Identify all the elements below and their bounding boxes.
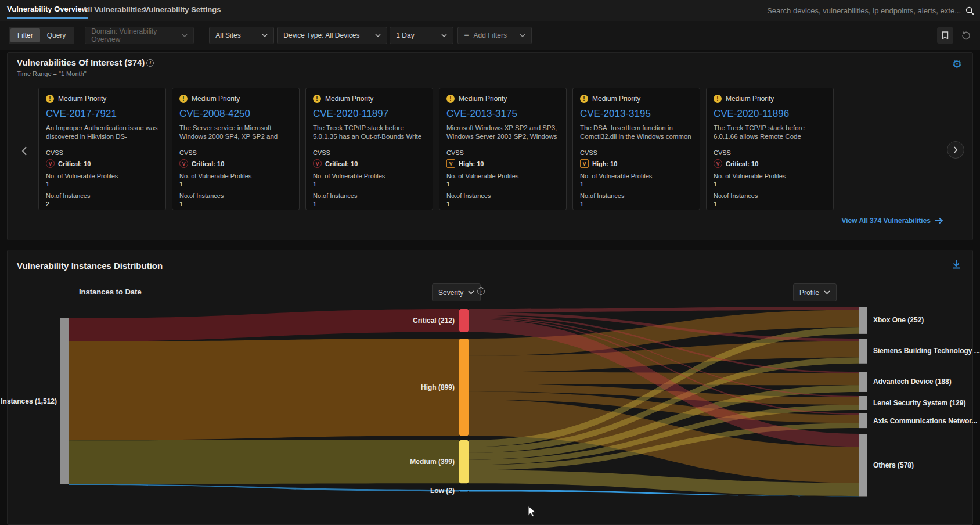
instances-label: No.of Instances bbox=[714, 192, 826, 199]
warning-icon: ! bbox=[46, 95, 54, 103]
cve-description: The DSA_InsertItem function in Comctl32.… bbox=[580, 124, 693, 141]
vulnerability-card[interactable]: ! Medium Priority CVE-2020-11896 The Tre… bbox=[706, 88, 834, 210]
view-all-vulnerabilities-link[interactable]: View All 374 Vulnerabilities bbox=[841, 217, 943, 225]
instances-label: No.of Instances bbox=[46, 192, 158, 199]
add-filters-button[interactable]: ≡ Add Filters bbox=[457, 27, 532, 44]
domain-dropdown[interactable]: Domain: Vulnerability Overview bbox=[85, 27, 194, 44]
sankey-flow-instances-high[interactable] bbox=[69, 339, 459, 440]
vulnerability-card[interactable]: ! Medium Priority CVE-2020-11897 The Tre… bbox=[305, 88, 433, 210]
sankey-label-lenel-security-system: Lenel Security System (129) bbox=[873, 399, 965, 407]
chevron-down-icon bbox=[468, 290, 474, 294]
chevron-down-icon bbox=[369, 34, 381, 37]
severity-badge-icon: V bbox=[714, 159, 722, 168]
priority-label: Medium Priority bbox=[325, 95, 373, 103]
instances-value: 1 bbox=[446, 200, 559, 207]
cve-link[interactable]: CVE-2017-7921 bbox=[46, 108, 158, 120]
profiles-value: 1 bbox=[580, 181, 693, 188]
sankey-node-axis-communications-networ-[interactable] bbox=[859, 413, 867, 428]
profiles-value: 1 bbox=[46, 181, 158, 188]
priority-label: Medium Priority bbox=[58, 95, 106, 103]
instances-value: 1 bbox=[179, 200, 292, 207]
instances-label: No.of Instances bbox=[580, 192, 693, 199]
info-icon[interactable]: i bbox=[477, 287, 485, 295]
cve-description: Microsoft Windows XP SP2 and SP3, Window… bbox=[446, 124, 559, 141]
sankey-label-critical: Critical (212) bbox=[413, 317, 455, 325]
chevron-down-icon bbox=[514, 34, 525, 37]
sankey-node-advantech-device[interactable] bbox=[859, 372, 867, 392]
profile-dropdown[interactable]: Profile bbox=[793, 283, 837, 301]
profiles-label: No. of Vulnerable Profiles bbox=[446, 172, 559, 179]
sankey-node-high[interactable] bbox=[459, 339, 469, 436]
profiles-value: 1 bbox=[313, 181, 426, 188]
sankey-node-medium[interactable] bbox=[459, 440, 469, 483]
add-filters-label: Add Filters bbox=[474, 31, 507, 39]
sankey-label-high: High (899) bbox=[421, 383, 455, 391]
carousel-prev-icon[interactable] bbox=[21, 146, 27, 159]
tab-vulnerability-settings[interactable]: Vulnerability Settings bbox=[144, 0, 221, 19]
sankey-flow-instances-critical[interactable] bbox=[69, 309, 459, 341]
severity-value: Critical: 10 bbox=[192, 160, 224, 167]
info-icon[interactable]: i bbox=[146, 59, 154, 67]
sankey-node-siemens-building-technology-[interactable] bbox=[859, 339, 867, 364]
priority-label: Medium Priority bbox=[726, 95, 774, 103]
vulnerability-card[interactable]: ! Medium Priority CVE-2017-7921 An Impro… bbox=[38, 88, 166, 210]
cve-link[interactable]: CVE-2013-3195 bbox=[580, 108, 693, 120]
instances-value: 1 bbox=[714, 200, 826, 207]
search-icon[interactable] bbox=[965, 6, 974, 15]
severity-dropdown-label: Severity bbox=[438, 289, 463, 297]
sankey-node-others[interactable] bbox=[859, 434, 867, 497]
bookmark-icon[interactable] bbox=[937, 27, 953, 44]
warning-icon: ! bbox=[179, 95, 188, 103]
cve-link[interactable]: CVE-2008-4250 bbox=[179, 108, 292, 120]
sankey-node-instances[interactable] bbox=[60, 318, 69, 484]
cve-link[interactable]: CVE-2020-11896 bbox=[714, 108, 826, 120]
query-button[interactable]: Query bbox=[40, 28, 73, 42]
sankey-chart[interactable]: Instances (1,512)Critical (212)High (899… bbox=[0, 302, 980, 517]
cvss-label: CVSS bbox=[46, 149, 158, 156]
instances-label: No.of Instances bbox=[446, 192, 559, 199]
sankey-node-critical[interactable] bbox=[459, 309, 469, 332]
domain-dropdown-label: Domain: Vulnerability Overview bbox=[91, 27, 176, 44]
sankey-node-xbox-one[interactable] bbox=[859, 307, 867, 334]
cve-description: The Server service in Microsoft Windows … bbox=[179, 124, 292, 141]
severity-dropdown[interactable]: Severity bbox=[432, 283, 481, 301]
cve-link[interactable]: CVE-2020-11897 bbox=[313, 108, 426, 120]
severity-value: Critical: 10 bbox=[726, 160, 758, 167]
instances-label: No.of Instances bbox=[313, 192, 426, 199]
filter-button[interactable]: Filter bbox=[10, 28, 40, 42]
sankey-label-others: Others (578) bbox=[873, 461, 914, 469]
instances-to-date-label: Instances to Date bbox=[79, 287, 142, 296]
carousel-next-button[interactable] bbox=[947, 141, 964, 159]
filter-bar: Filter Query Domain: Vulnerability Overv… bbox=[0, 21, 980, 50]
instances-value: 1 bbox=[580, 200, 693, 207]
severity-value: High: 10 bbox=[459, 160, 484, 167]
sites-dropdown[interactable]: All Sites bbox=[209, 27, 274, 44]
tab-all-vulnerabilities[interactable]: All Vulnerabilities bbox=[82, 0, 146, 19]
priority-label: Medium Priority bbox=[192, 95, 240, 103]
priority-label: Medium Priority bbox=[592, 95, 640, 103]
sankey-node-lenel-security-system[interactable] bbox=[859, 396, 867, 410]
vulnerability-card[interactable]: ! Medium Priority CVE-2013-3195 The DSA_… bbox=[572, 88, 700, 210]
cve-link[interactable]: CVE-2013-3175 bbox=[446, 108, 559, 120]
chevron-down-icon bbox=[176, 34, 188, 37]
search-input[interactable] bbox=[725, 6, 961, 15]
reset-icon[interactable] bbox=[958, 27, 974, 44]
vulnerability-card[interactable]: ! Medium Priority CVE-2013-3175 Microsof… bbox=[439, 88, 567, 210]
vulnerability-card[interactable]: ! Medium Priority CVE-2008-4250 The Serv… bbox=[172, 88, 300, 210]
vulnerabilities-of-interest-panel: Vulnerabilities Of Interest (374)i Time … bbox=[7, 52, 973, 240]
severity-value: Critical: 10 bbox=[325, 160, 358, 167]
sankey-label-low: Low (2) bbox=[430, 487, 455, 495]
tab-vulnerability-overview[interactable]: Vulnerability Overview bbox=[7, 0, 88, 19]
filter-lines-icon: ≡ bbox=[464, 31, 469, 40]
warning-icon: ! bbox=[580, 95, 588, 103]
time-range-dropdown[interactable]: 1 Day bbox=[390, 27, 453, 44]
view-all-label: View All 374 Vulnerabilities bbox=[841, 217, 931, 225]
profiles-label: No. of Vulnerable Profiles bbox=[313, 172, 426, 179]
device-type-dropdown[interactable]: Device Type: All Devices bbox=[277, 27, 387, 44]
sankey-node-low[interactable] bbox=[459, 490, 469, 492]
gear-icon[interactable]: ⚙ bbox=[952, 57, 962, 71]
sankey-flow-instances-medium[interactable] bbox=[69, 440, 459, 484]
profile-dropdown-label: Profile bbox=[799, 289, 819, 297]
sankey-flow-instances-low[interactable] bbox=[69, 484, 459, 492]
download-icon[interactable] bbox=[952, 260, 961, 271]
